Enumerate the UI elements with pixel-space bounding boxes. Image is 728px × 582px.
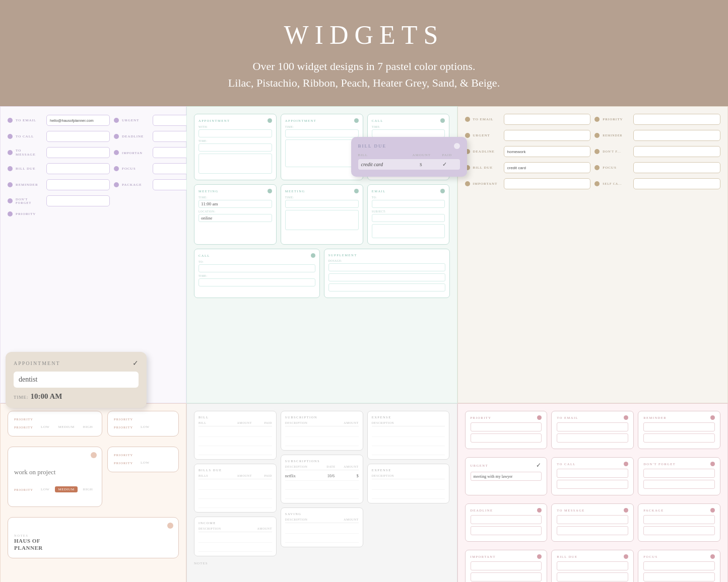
panels-grid: TO EMAIL TO CALL TOMESSAGE BILL DUE [0, 106, 728, 582]
pink-focus-field[interactable] [643, 561, 715, 570]
pink-tocall-field2[interactable] [557, 480, 628, 489]
income-table: INCOME DESCRIPTION AMOUNT [194, 517, 277, 556]
pink-priority-field2[interactable] [471, 433, 542, 443]
pink-urgent-field[interactable]: meeting with my lawyer [471, 472, 542, 481]
bill-title: BILL DUE [358, 143, 386, 149]
sand-important-input[interactable] [504, 178, 591, 189]
peach-right-col: PRIORITY PRIORITY LOW [107, 447, 179, 512]
pink-package-dot [710, 508, 715, 513]
pink-reminder-field2[interactable] [643, 433, 715, 443]
mint-email: EMAIL TO: SUBJECT: [367, 184, 450, 245]
sand-grid: TO EMAIL URGENT DEADLINE BILL DUE [465, 114, 721, 194]
mint-meeting-filled: MEETING TIME: 11:00 am LOCATION: online [194, 184, 277, 245]
priority-lilac-label: PRIORITY [16, 212, 43, 216]
sand-reminder-input[interactable] [633, 130, 720, 141]
sand-priority-input[interactable] [633, 114, 720, 125]
sub1-header: DESCRIPTION AMOUNT [285, 421, 359, 426]
reminder-input[interactable] [46, 179, 110, 190]
pink-tocall: TO CALL [551, 457, 634, 495]
peach-top-widgets: PRIORITY PRIORITY LOW MEDIUM HIGH PRIORI… [8, 411, 179, 442]
priority-lilac-row: PRIORITY [8, 211, 110, 216]
important-label: IMPORTAN [122, 151, 150, 155]
sand-left-col: TO EMAIL URGENT DEADLINE BILL DUE [465, 114, 591, 194]
pink-toemail-dot [624, 415, 628, 420]
pink-billdue-title: BILL DUE [557, 554, 628, 559]
reminder-label: REMINDER [16, 183, 43, 187]
sand-billdue-row: BILL DUE [465, 162, 591, 173]
pink-deadline-field[interactable] [471, 515, 542, 524]
sand-selfcare-input[interactable] [633, 178, 720, 189]
pink-priority-field[interactable] [471, 422, 542, 431]
pink-tomessage: TO MESSAGE [551, 503, 634, 542]
peach-priority-1: PRIORITY PRIORITY LOW MEDIUM HIGH [8, 411, 102, 437]
pink-tomessage-field2[interactable] [557, 526, 628, 535]
mint-supplement-title: SUPPLEMENT [328, 253, 445, 257]
pink-toemail-title: TO EMAIL [557, 415, 628, 420]
pink-toemail-field2[interactable] [557, 433, 628, 443]
priority2-label: PRIORITY [114, 417, 172, 421]
lilac-panel: TO EMAIL TO CALL TOMESSAGE BILL DUE [0, 106, 186, 403]
reminder-row: REMINDER [8, 179, 110, 190]
to-email-input[interactable] [46, 115, 110, 126]
to-call-dot [8, 134, 13, 139]
sand-focus-input[interactable] [633, 162, 720, 173]
expense-row-1 [372, 428, 445, 437]
bill-due-input[interactable] [46, 163, 110, 174]
work-on-project-widget: work on project PRIORITY LOW MEDIUM HIGH [8, 447, 102, 507]
pink-billdue-dot [624, 554, 628, 559]
pink-important: IMPORTANT [465, 550, 548, 582]
task-circle [91, 452, 97, 458]
pink-billdue-field2[interactable] [557, 572, 628, 581]
subscriptions-1-table: SUBSCRIPTION DESCRIPTION AMOUNT [281, 411, 363, 451]
grey-col2: SUBSCRIPTION DESCRIPTION AMOUNT SUBSCRIP… [281, 411, 363, 565]
sand-urgent-input[interactable] [504, 130, 591, 141]
mint-email-title: EMAIL [372, 189, 445, 193]
dont-forget-dot [8, 198, 13, 203]
bill-dot [454, 143, 460, 149]
sand-urgent-dot [465, 133, 470, 138]
package-label: PACKAGE [122, 183, 150, 187]
sand-billdue-input[interactable] [504, 162, 591, 173]
sub1-row-1 [285, 428, 359, 437]
sand-dontforget-input[interactable] [633, 146, 720, 157]
bills-due-table: BILLS DUE BILLS AMOUNT PAID [194, 464, 277, 513]
bill-header: BILL DUE [358, 143, 460, 149]
saving-header: DESCRIPTION AMOUNT [285, 518, 359, 523]
priority3-label: PRIORITY [114, 453, 172, 457]
pink-billdue-field[interactable] [557, 561, 628, 570]
pink-important-field[interactable] [471, 561, 542, 570]
sand-toemail-input[interactable] [504, 114, 591, 125]
pink-tomessage-field[interactable] [557, 515, 628, 524]
mint-appt1-title: APPOINTMENT [198, 118, 272, 123]
pink-deadline-field2[interactable] [471, 526, 542, 535]
pink-tocall-field[interactable] [557, 469, 628, 478]
pink-dontforget-field[interactable] [643, 469, 715, 478]
dont-forget-input[interactable] [46, 195, 110, 206]
peach-priority-2: PRIORITY PRIORITY LOW [107, 411, 179, 437]
pink-important-field2[interactable] [471, 572, 542, 581]
pink-package-field2[interactable] [643, 526, 715, 535]
mint-call1-title: CALL [372, 118, 445, 123]
pink-toemail-field[interactable] [557, 422, 628, 431]
pink-reminder-field[interactable] [643, 422, 715, 431]
mint-call2-dot [311, 253, 315, 258]
lilac-left-col: TO EMAIL TO CALL TOMESSAGE BILL DUE [8, 115, 110, 222]
pink-dontforget-field2[interactable] [643, 480, 715, 489]
pink-deadline-title: DEADLINE [471, 508, 542, 513]
saving-title: SAVING [285, 512, 359, 516]
mint-bot-row: CALL TO: TIME: SUPPLEMENT DOSAGE: [194, 249, 450, 298]
to-message-input[interactable] [46, 147, 110, 158]
pink-focus-field2[interactable] [643, 572, 715, 581]
sand-important-dot [465, 181, 470, 186]
pink-tocall-dot [624, 462, 628, 466]
bill-row: credit card $ ✓ [358, 159, 460, 170]
mint-appt2-title: APPOINTMENT [285, 118, 359, 123]
meeting-time-value: 11:00 am [198, 200, 272, 208]
pink-focus: FOCUS [638, 550, 720, 582]
sand-deadline-input[interactable] [504, 146, 591, 157]
grey-col3: EXPENSE DESCRIPTION EXPENSE DESCRIPTION [367, 411, 450, 565]
logo-circle [167, 523, 173, 529]
pink-package-field[interactable] [643, 515, 715, 524]
expense2-row-1 [372, 481, 445, 490]
to-call-input[interactable] [46, 131, 110, 142]
